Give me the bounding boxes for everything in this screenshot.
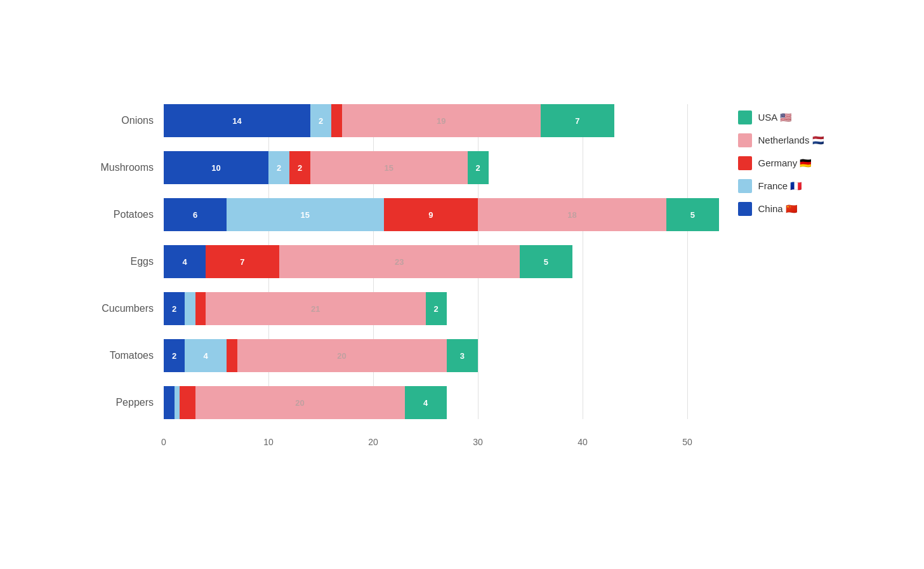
bar-segment-germany — [331, 104, 342, 137]
bar-segment-netherlands: 20 — [237, 339, 447, 372]
bar-segment-germany — [195, 292, 206, 325]
bar-track: 24203 — [164, 339, 478, 372]
bar-segment-france: 4 — [185, 339, 227, 372]
legend-label-usa: USA 🇺🇸 — [758, 112, 792, 123]
bar-group: Cucumbers2212 — [94, 292, 719, 325]
bar-track: 142197 — [164, 104, 614, 137]
bar-group: Tomatoes24203 — [94, 339, 719, 372]
bar-group: Mushrooms1022152 — [94, 151, 719, 184]
legend-color-germany — [738, 156, 752, 170]
bar-segment-netherlands: 15 — [310, 151, 468, 184]
legend: USA 🇺🇸Netherlands 🇳🇱Germany 🇩🇪France 🇫🇷C… — [719, 104, 846, 225]
bar-segment-netherlands: 23 — [279, 245, 520, 278]
bar-track: 6159185 — [164, 198, 719, 231]
bars-wrapper: Onions142197Mushrooms1022152Potatoes6159… — [94, 104, 719, 419]
bar-segment-china: 6 — [164, 198, 227, 231]
legend-item-france: France 🇫🇷 — [738, 179, 846, 193]
x-tick: 50 — [682, 437, 692, 447]
bar-group: Onions142197 — [94, 104, 719, 137]
bar-segment-france — [175, 386, 180, 419]
legend-label-netherlands: Netherlands 🇳🇱 — [758, 135, 824, 146]
bar-segment-germany: 9 — [384, 198, 478, 231]
x-axis: 01020304050 — [164, 433, 719, 452]
legend-color-usa — [738, 110, 752, 124]
bar-label: Tomatoes — [94, 350, 164, 361]
x-tick: 0 — [161, 437, 166, 447]
legend-label-france: France 🇫🇷 — [758, 180, 803, 192]
legend-color-china — [738, 202, 752, 216]
bar-segment-france: 2 — [310, 104, 331, 137]
bar-segment-germany: 7 — [206, 245, 279, 278]
bar-track: 47235 — [164, 245, 572, 278]
bar-track: 204 — [164, 386, 447, 419]
bar-group: Peppers204 — [94, 386, 719, 419]
bar-segment-france — [185, 292, 195, 325]
bar-label: Mushrooms — [94, 162, 164, 173]
bar-segment-usa: 5 — [666, 198, 719, 231]
bar-segment-china: 2 — [164, 292, 185, 325]
x-tick: 30 — [473, 437, 483, 447]
bar-segment-china: 4 — [164, 245, 206, 278]
chart-container: Onions142197Mushrooms1022152Potatoes6159… — [81, 79, 843, 490]
x-tick: 40 — [578, 437, 588, 447]
bar-segment-usa: 2 — [426, 292, 447, 325]
bar-label: Peppers — [94, 397, 164, 408]
bar-label: Cucumbers — [94, 303, 164, 314]
bar-segment-usa: 3 — [447, 339, 478, 372]
bar-segment-netherlands: 21 — [206, 292, 426, 325]
bar-segment-netherlands: 19 — [342, 104, 541, 137]
bar-segment-china — [164, 386, 175, 419]
legend-color-france — [738, 179, 752, 193]
legend-item-netherlands: Netherlands 🇳🇱 — [738, 133, 846, 147]
bar-track: 1022152 — [164, 151, 489, 184]
bar-segment-usa: 7 — [541, 104, 614, 137]
bar-group: Eggs47235 — [94, 245, 719, 278]
bar-label: Onions — [94, 115, 164, 126]
bar-segment-germany — [227, 339, 237, 372]
bar-segment-china: 2 — [164, 339, 185, 372]
bar-segment-usa: 5 — [520, 245, 572, 278]
bar-segment-china: 10 — [164, 151, 268, 184]
legend-label-china: China 🇨🇳 — [758, 203, 798, 215]
bar-segment-france: 2 — [268, 151, 289, 184]
bar-segment-netherlands: 18 — [478, 198, 666, 231]
x-tick: 10 — [263, 437, 274, 447]
bar-segment-france: 15 — [227, 198, 384, 231]
legend-color-netherlands — [738, 133, 752, 147]
bar-segment-germany: 2 — [289, 151, 310, 184]
bar-label: Eggs — [94, 256, 164, 267]
legend-item-germany: Germany 🇩🇪 — [738, 156, 846, 170]
bar-track: 2212 — [164, 292, 447, 325]
legend-item-china: China 🇨🇳 — [738, 202, 846, 216]
bar-segment-germany — [180, 386, 195, 419]
x-tick: 20 — [368, 437, 378, 447]
bar-segment-china: 14 — [164, 104, 310, 137]
chart-area: Onions142197Mushrooms1022152Potatoes6159… — [94, 104, 719, 452]
bar-segment-netherlands: 20 — [195, 386, 405, 419]
legend-label-germany: Germany 🇩🇪 — [758, 157, 812, 169]
legend-item-usa: USA 🇺🇸 — [738, 110, 846, 124]
bar-group: Potatoes6159185 — [94, 198, 719, 231]
bar-label: Potatoes — [94, 209, 164, 220]
bar-segment-usa: 4 — [405, 386, 447, 419]
bar-segment-usa: 2 — [468, 151, 489, 184]
